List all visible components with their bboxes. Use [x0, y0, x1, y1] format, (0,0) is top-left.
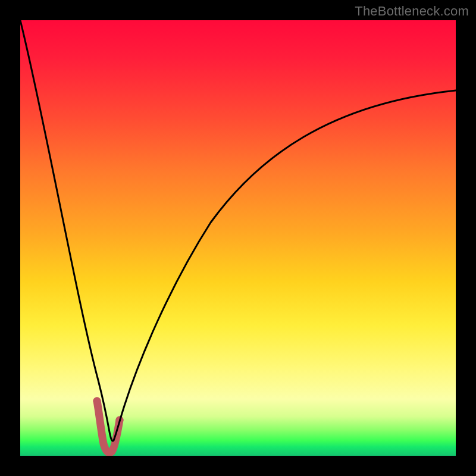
watermark-text: TheBottleneck.com	[355, 4, 469, 19]
main-curve-path	[20, 20, 456, 441]
chart-frame: TheBottleneck.com	[0, 0, 476, 476]
accent-dot-left	[93, 397, 101, 405]
plot-area	[20, 20, 456, 456]
curve-layer	[20, 20, 456, 456]
